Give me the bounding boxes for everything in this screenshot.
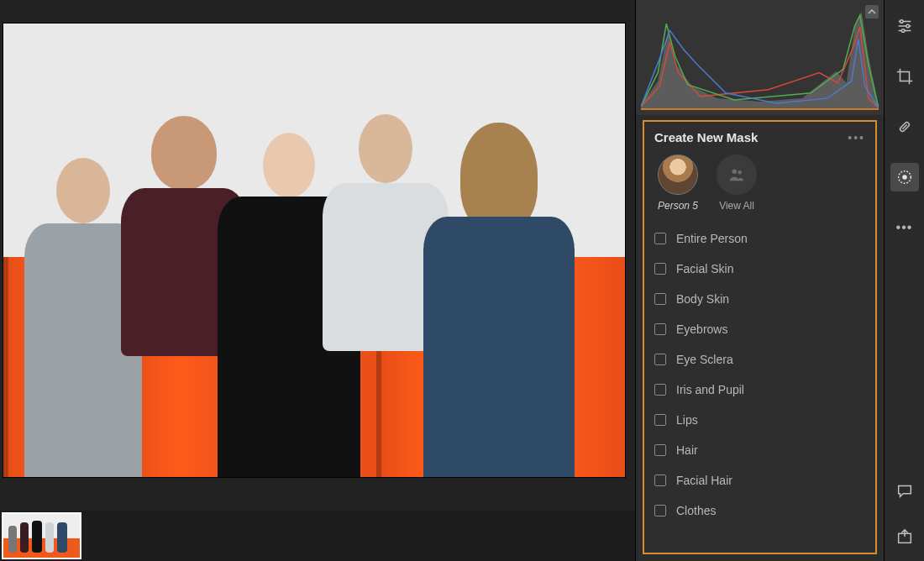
mask-option-label: Lips: [676, 413, 698, 427]
mask-option[interactable]: Eyebrows: [654, 314, 865, 344]
mask-option-label: Facial Hair: [676, 474, 732, 487]
more-tools-icon[interactable]: •••: [890, 213, 919, 242]
panel-more-icon[interactable]: •••: [848, 131, 865, 144]
panel-title: Create New Mask: [654, 130, 758, 144]
canvas-viewport[interactable]: [0, 0, 635, 511]
svg-point-3: [900, 20, 903, 24]
mask-option[interactable]: Hair: [654, 435, 865, 465]
mask-option-label: Clothes: [676, 504, 716, 517]
comment-icon[interactable]: [890, 477, 919, 506]
mask-option-label: Hair: [676, 443, 698, 457]
person-chip-selected[interactable]: Person 5: [658, 155, 698, 212]
mask-option-list: Entire Person Facial Skin Body Skin Eyeb…: [654, 223, 865, 526]
filmstrip-thumb[interactable]: [2, 512, 81, 559]
checkbox[interactable]: [654, 354, 666, 365]
avatar: [658, 155, 698, 195]
svg-point-2: [738, 170, 741, 174]
mask-option-label: Entire Person: [676, 232, 748, 245]
person-chip-label: Person 5: [658, 200, 698, 212]
mask-option-label: Eyebrows: [676, 322, 727, 336]
thumb-figure: [8, 526, 17, 553]
checkbox[interactable]: [654, 233, 666, 244]
export-icon[interactable]: [890, 522, 919, 551]
thumb-figure: [57, 522, 67, 553]
filmstrip[interactable]: [0, 511, 635, 561]
mask-option[interactable]: Clothes: [654, 495, 865, 526]
svg-point-9: [902, 175, 907, 180]
tool-rail: •••: [884, 0, 924, 561]
checkbox[interactable]: [654, 474, 666, 486]
editor-main: [0, 0, 635, 561]
person-figure: [423, 107, 575, 477]
person-hair: [460, 123, 538, 232]
healing-tool-icon[interactable]: [890, 113, 919, 141]
checkbox[interactable]: [654, 293, 666, 305]
crop-tool-icon[interactable]: [890, 62, 919, 91]
thumb-figure: [45, 522, 54, 553]
mask-option[interactable]: Lips: [654, 405, 865, 435]
checkbox[interactable]: [654, 384, 666, 396]
mask-option[interactable]: Eye Sclera: [654, 344, 865, 375]
view-all-label: View All: [719, 200, 754, 212]
mask-option[interactable]: Facial Skin: [654, 254, 865, 284]
checkbox[interactable]: [654, 505, 666, 516]
histogram-plot: [641, 5, 879, 110]
mask-option-label: Facial Skin: [676, 262, 733, 275]
checkbox[interactable]: [654, 263, 666, 275]
svg-point-4: [906, 24, 909, 28]
create-mask-panel: Create New Mask ••• Person 5 View All En…: [643, 120, 877, 554]
checkbox[interactable]: [654, 444, 666, 456]
mask-option-label: Eye Sclera: [676, 353, 733, 366]
mask-option-label: Body Skin: [676, 292, 729, 306]
histogram[interactable]: [636, 0, 884, 115]
people-selector: Person 5 View All: [654, 155, 865, 212]
edit-tool-icon[interactable]: [890, 12, 919, 40]
thumb-figure: [20, 522, 29, 553]
image-canvas[interactable]: [3, 24, 625, 477]
svg-point-5: [901, 29, 905, 33]
masking-tool-icon[interactable]: [890, 163, 919, 191]
mask-option[interactable]: Iris and Pupil: [654, 375, 865, 405]
mask-option[interactable]: Entire Person: [654, 223, 865, 254]
mask-option[interactable]: Body Skin: [654, 284, 865, 314]
people-icon: [717, 155, 757, 195]
checkbox[interactable]: [654, 323, 666, 335]
thumb-figure: [32, 521, 42, 553]
checkbox[interactable]: [654, 414, 666, 426]
view-all-chip[interactable]: View All: [717, 155, 757, 212]
mask-option-label: Iris and Pupil: [676, 383, 744, 396]
histogram-collapse-button[interactable]: [865, 5, 879, 18]
mask-option[interactable]: Facial Hair: [654, 465, 865, 495]
svg-point-1: [732, 170, 738, 175]
right-panel: Create New Mask ••• Person 5 View All En…: [635, 0, 884, 561]
